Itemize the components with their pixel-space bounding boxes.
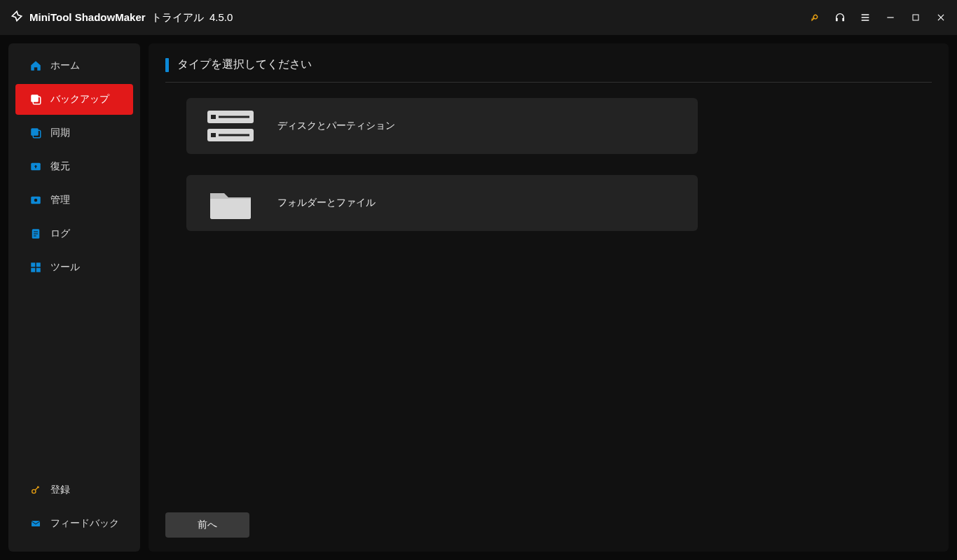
sync-icon <box>29 127 42 139</box>
sidebar-item-tools[interactable]: ツール <box>15 252 133 283</box>
accent-bar <box>165 58 169 72</box>
feedback-mail-icon <box>29 517 42 530</box>
sidebar-item-backup[interactable]: バックアップ <box>15 84 133 115</box>
svg-rect-16 <box>32 521 40 526</box>
svg-point-15 <box>32 489 36 493</box>
logo-icon <box>10 9 24 26</box>
option-label: フォルダーとファイル <box>277 197 376 209</box>
main-panel: タイプを選択してください ディスクとパーティション <box>149 43 949 552</box>
minimize-button[interactable] <box>884 11 897 24</box>
svg-rect-18 <box>211 115 216 119</box>
svg-rect-14 <box>36 268 41 272</box>
register-key-icon <box>29 484 42 496</box>
app-edition: トライアル <box>151 11 204 23</box>
sidebar-item-restore[interactable]: 復元 <box>15 151 133 182</box>
tools-icon <box>29 261 42 274</box>
svg-rect-22 <box>219 134 249 136</box>
prev-button[interactable]: 前へ <box>165 512 249 538</box>
svg-rect-1 <box>842 18 844 22</box>
svg-rect-5 <box>31 128 39 136</box>
titlebar: MiniTool ShadowMaker トライアル 4.5.0 <box>0 0 957 35</box>
sidebar-item-label: 復元 <box>50 160 70 173</box>
close-button[interactable] <box>935 11 947 24</box>
svg-point-9 <box>34 199 38 202</box>
backup-icon <box>29 93 42 106</box>
svg-rect-3 <box>31 94 39 102</box>
page-header: タイプを選択してください <box>165 57 932 83</box>
svg-rect-0 <box>836 18 838 22</box>
svg-rect-19 <box>219 116 249 118</box>
svg-rect-11 <box>31 262 35 267</box>
sidebar-item-label: 登録 <box>50 484 70 496</box>
option-folder-file[interactable]: フォルダーとファイル <box>186 175 698 231</box>
headset-icon[interactable] <box>834 11 846 24</box>
svg-rect-13 <box>31 268 35 272</box>
log-icon <box>29 227 42 240</box>
manage-icon <box>29 194 42 206</box>
sidebar-item-sync[interactable]: 同期 <box>15 118 133 148</box>
page-title: タイプを選択してください <box>177 57 312 72</box>
app-name: MiniTool ShadowMaker トライアル 4.5.0 <box>29 11 233 24</box>
sidebar-item-label: ホーム <box>50 59 80 72</box>
sidebar-item-label: 管理 <box>50 194 70 206</box>
sidebar-item-label: ログ <box>50 227 70 240</box>
app-name-text: MiniTool ShadowMaker <box>29 11 146 23</box>
app-logo: MiniTool ShadowMaker トライアル 4.5.0 <box>10 9 233 26</box>
svg-rect-2 <box>913 15 918 20</box>
sidebar-item-label: 同期 <box>50 127 70 139</box>
sidebar: ホーム バックアップ 同期 復元 <box>8 43 140 552</box>
svg-rect-21 <box>211 133 216 137</box>
sidebar-item-log[interactable]: ログ <box>15 218 133 249</box>
sidebar-item-manage[interactable]: 管理 <box>15 185 133 216</box>
key-icon[interactable] <box>808 11 821 24</box>
menu-icon[interactable] <box>859 11 872 24</box>
folder-icon <box>206 183 255 223</box>
maximize-button[interactable] <box>909 11 922 24</box>
sidebar-item-label: ツール <box>50 261 80 274</box>
svg-rect-12 <box>36 262 41 267</box>
option-disk-partition[interactable]: ディスクとパーティション <box>186 98 698 154</box>
sidebar-item-label: バックアップ <box>50 93 109 106</box>
sidebar-item-label: フィードバック <box>50 517 119 530</box>
disk-partition-icon <box>206 106 255 146</box>
home-icon <box>29 59 42 72</box>
titlebar-controls <box>808 11 947 24</box>
footer: 前へ <box>165 504 932 538</box>
sidebar-item-home[interactable]: ホーム <box>15 50 133 81</box>
sidebar-item-feedback[interactable]: フィードバック <box>15 508 133 539</box>
sidebar-item-register[interactable]: 登録 <box>15 475 133 505</box>
app-version: 4.5.0 <box>209 11 233 23</box>
restore-icon <box>29 160 42 173</box>
option-label: ディスクとパーティション <box>277 120 395 132</box>
